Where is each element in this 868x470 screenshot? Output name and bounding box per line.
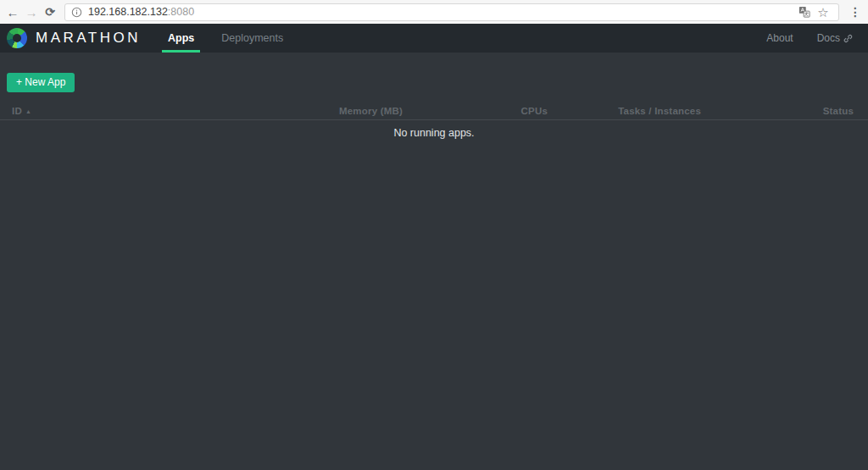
- column-header-memory[interactable]: Memory (MB): [250, 106, 403, 116]
- empty-table-message: No running apps.: [0, 120, 868, 139]
- url-port[interactable]: :8080: [168, 6, 194, 18]
- main-content: + New App ID▲ Memory (MB) CPUs Tasks / I…: [0, 53, 868, 470]
- column-header-tasks[interactable]: Tasks / Instances: [548, 106, 701, 116]
- column-header-id[interactable]: ID▲: [12, 106, 250, 116]
- translate-icon[interactable]: [795, 3, 814, 20]
- reload-icon[interactable]: ⟳: [41, 3, 59, 21]
- sort-ascending-icon: ▲: [25, 108, 31, 114]
- docs-link-label: Docs: [817, 32, 840, 44]
- browser-menu-icon[interactable]: ⋮: [848, 5, 863, 19]
- new-app-button[interactable]: + New App: [7, 73, 75, 92]
- back-icon[interactable]: ←: [3, 3, 22, 21]
- page-info-icon[interactable]: [71, 7, 82, 18]
- docs-link[interactable]: Docs: [817, 32, 853, 44]
- forward-icon[interactable]: →: [22, 3, 41, 21]
- tab-apps[interactable]: Apps: [162, 24, 200, 53]
- tab-deployments[interactable]: Deployments: [215, 24, 289, 53]
- browser-toolbar: ← → ⟳ 192.168.182.132:8080 ☆ ⋮: [0, 0, 868, 24]
- column-header-status[interactable]: Status: [701, 106, 854, 116]
- column-header-cpus[interactable]: CPUs: [403, 106, 548, 116]
- column-id-label: ID: [12, 106, 22, 116]
- apps-table-header: ID▲ Memory (MB) CPUs Tasks / Instances S…: [0, 102, 868, 120]
- about-link[interactable]: About: [766, 32, 793, 44]
- address-bar[interactable]: 192.168.182.132:8080 ☆: [64, 3, 839, 21]
- marathon-logo-icon: [7, 28, 27, 48]
- marathon-navbar: MARATHON Apps Deployments About Docs: [0, 24, 868, 53]
- nav-links: About Docs: [743, 24, 853, 53]
- about-link-label: About: [766, 32, 793, 44]
- nav-tabs: Apps Deployments: [154, 24, 297, 53]
- external-link-icon: [843, 34, 853, 43]
- bookmark-star-icon[interactable]: ☆: [814, 3, 832, 20]
- brand-title: MARATHON: [36, 30, 141, 47]
- url-host[interactable]: 192.168.182.132: [88, 6, 168, 18]
